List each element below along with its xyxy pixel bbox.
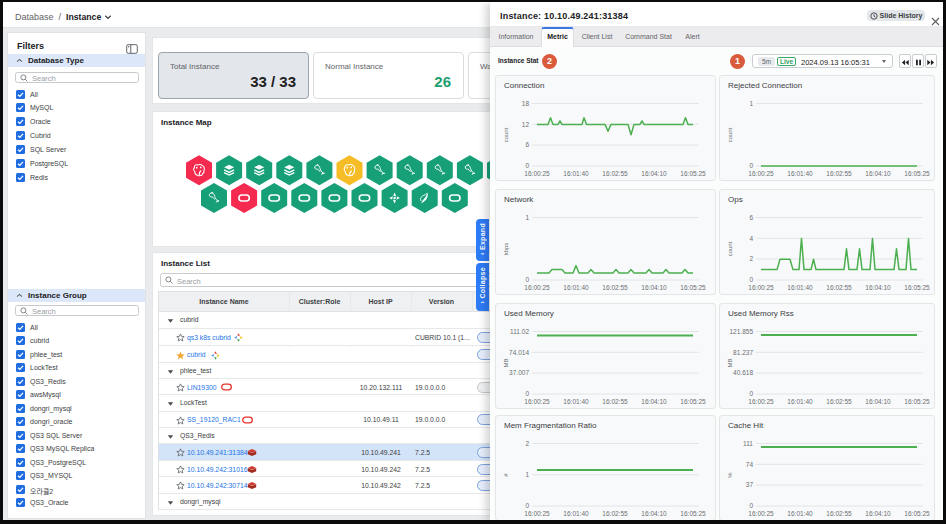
svg-text:16:05:25: 16:05:25 xyxy=(680,510,706,517)
svg-text:16:01:40: 16:01:40 xyxy=(563,284,589,291)
svg-text:16:04:10: 16:04:10 xyxy=(641,170,667,177)
svg-text:16:05:25: 16:05:25 xyxy=(904,170,930,177)
svg-text:37.007: 37.007 xyxy=(509,369,529,376)
svg-text:16:05:25: 16:05:25 xyxy=(680,170,706,177)
svg-text:16:01:40: 16:01:40 xyxy=(563,170,589,177)
svg-text:16:01:40: 16:01:40 xyxy=(787,510,813,517)
svg-text:12: 12 xyxy=(522,121,530,128)
svg-text:81.237: 81.237 xyxy=(733,349,753,356)
svg-text:count: count xyxy=(503,127,509,142)
svg-text:16:04:10: 16:04:10 xyxy=(641,284,667,291)
svg-text:16:00:25: 16:00:25 xyxy=(524,398,550,405)
svg-text:16:00:25: 16:00:25 xyxy=(524,170,550,177)
svg-text:16:05:25: 16:05:25 xyxy=(680,398,706,405)
svg-text:0: 0 xyxy=(525,502,529,509)
svg-text:0: 0 xyxy=(749,502,753,509)
svg-text:16:04:10: 16:04:10 xyxy=(865,170,891,177)
svg-text:16:00:25: 16:00:25 xyxy=(524,510,550,517)
svg-text:37: 37 xyxy=(746,481,754,488)
svg-text:0: 0 xyxy=(525,390,529,397)
svg-text:16:02:55: 16:02:55 xyxy=(602,170,628,177)
svg-text:2: 2 xyxy=(749,255,753,262)
svg-text:%: % xyxy=(727,472,733,478)
svg-text:kbps: kbps xyxy=(503,243,509,256)
svg-text:74.014: 74.014 xyxy=(509,349,529,356)
svg-text:16:04:10: 16:04:10 xyxy=(865,398,891,405)
svg-text:4: 4 xyxy=(749,235,753,242)
svg-text:0: 0 xyxy=(749,162,753,169)
svg-text:16:00:25: 16:00:25 xyxy=(748,398,774,405)
svg-text:16:01:40: 16:01:40 xyxy=(787,284,813,291)
svg-text:16:01:40: 16:01:40 xyxy=(563,510,589,517)
svg-text:count: count xyxy=(727,241,733,256)
svg-text:16:04:10: 16:04:10 xyxy=(865,510,891,517)
svg-text:16:05:25: 16:05:25 xyxy=(680,284,706,291)
svg-text:16:02:55: 16:02:55 xyxy=(602,284,628,291)
svg-text:16:00:25: 16:00:25 xyxy=(524,284,550,291)
svg-text:16:05:25: 16:05:25 xyxy=(904,398,930,405)
svg-text:16:02:55: 16:02:55 xyxy=(826,170,852,177)
svg-text:16:00:25: 16:00:25 xyxy=(748,510,774,517)
svg-text:MB: MB xyxy=(503,359,509,368)
svg-text:40.618: 40.618 xyxy=(733,369,753,376)
svg-text:16:04:10: 16:04:10 xyxy=(865,284,891,291)
svg-text:16:04:10: 16:04:10 xyxy=(641,510,667,517)
svg-text:0: 0 xyxy=(525,162,529,169)
svg-text:1: 1 xyxy=(525,214,529,221)
svg-text:16:02:55: 16:02:55 xyxy=(602,510,628,517)
svg-text:16:02:55: 16:02:55 xyxy=(826,398,852,405)
svg-text:111: 111 xyxy=(743,440,753,447)
svg-text:16:02:55: 16:02:55 xyxy=(826,510,852,517)
svg-text:18: 18 xyxy=(522,100,530,107)
svg-text:16:00:25: 16:00:25 xyxy=(748,284,774,291)
svg-text:0: 0 xyxy=(525,276,529,283)
svg-text:#: # xyxy=(503,473,509,477)
svg-text:121.855: 121.855 xyxy=(730,328,754,335)
svg-text:16:04:10: 16:04:10 xyxy=(641,398,667,405)
svg-text:74: 74 xyxy=(746,461,754,468)
svg-text:1: 1 xyxy=(525,471,529,478)
svg-text:1: 1 xyxy=(749,100,753,107)
svg-text:16:01:40: 16:01:40 xyxy=(787,170,813,177)
svg-text:6: 6 xyxy=(525,141,529,148)
svg-text:16:02:55: 16:02:55 xyxy=(826,284,852,291)
svg-text:16:01:40: 16:01:40 xyxy=(563,398,589,405)
svg-text:16:02:55: 16:02:55 xyxy=(602,398,628,405)
svg-text:count: count xyxy=(727,127,733,142)
svg-text:2: 2 xyxy=(525,440,529,447)
svg-text:16:05:25: 16:05:25 xyxy=(904,510,930,517)
svg-text:0: 0 xyxy=(749,390,753,397)
svg-text:MB: MB xyxy=(727,359,733,368)
svg-text:16:05:25: 16:05:25 xyxy=(904,284,930,291)
svg-text:16:01:40: 16:01:40 xyxy=(787,398,813,405)
svg-text:6: 6 xyxy=(749,214,753,221)
svg-text:111.02: 111.02 xyxy=(510,328,529,335)
svg-text:16:00:25: 16:00:25 xyxy=(748,170,774,177)
svg-text:0: 0 xyxy=(749,276,753,283)
